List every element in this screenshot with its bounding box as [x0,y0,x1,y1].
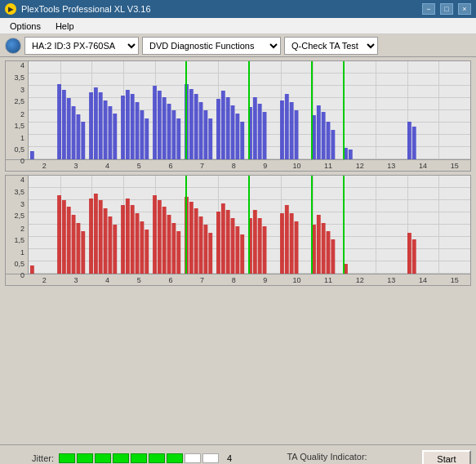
svg-rect-48 [327,122,331,159]
jitter-bar-empty-1 [185,453,201,463]
y-label-2-bot: 2 [20,225,24,233]
svg-rect-20 [158,91,162,159]
maximize-button[interactable]: □ [440,3,453,15]
svg-rect-84 [208,233,212,274]
x-label-13: 13 [376,160,407,171]
svg-rect-49 [331,130,335,159]
svg-rect-13 [121,96,125,159]
svg-rect-80 [189,202,194,274]
x-label-4: 4 [91,160,123,171]
bx-label-9: 9 [249,274,281,285]
bottom-chart-inner [29,176,470,274]
svg-rect-10 [104,100,108,159]
ta-quality-area: TA Quality Indicator: Very Good [287,448,367,464]
svg-rect-73 [153,195,157,274]
svg-rect-40 [263,112,267,159]
svg-rect-86 [221,203,225,274]
jitter-bar-3 [95,453,111,463]
menu-bar: Options Help [0,18,476,34]
svg-rect-28 [199,102,203,159]
left-indicators: Jitter: 4 Peak Shift: [5,448,232,464]
bx-label-14: 14 [407,274,439,285]
y-label-4-bot: 4 [20,176,24,184]
drive-select[interactable]: HA:2 ID:3 PX-760SA [24,37,139,55]
function-select[interactable]: DVD Diagnostic Functions [142,37,281,55]
svg-rect-3 [67,98,71,159]
y-label-25-top: 2,5 [14,97,24,105]
top-x-axis: 2 3 4 5 6 7 8 9 10 11 12 13 14 15 [6,159,470,171]
bx-label-11: 11 [313,274,345,285]
bx-label-13: 13 [376,274,407,285]
y-label-35-bot: 3,5 [14,188,24,196]
svg-rect-17 [140,110,144,159]
svg-rect-18 [145,118,149,159]
ta-quality-label: TA Quality Indicator: [287,452,367,462]
svg-rect-65 [108,216,112,274]
svg-rect-41 [280,100,284,159]
y-label-0-bot: 0 [20,271,24,279]
svg-rect-61 [89,199,93,274]
svg-rect-22 [167,104,171,159]
svg-rect-6 [81,122,85,159]
y-label-35-top: 3,5 [14,74,24,82]
x-label-6: 6 [155,160,187,171]
svg-rect-1 [57,84,61,159]
svg-rect-8 [94,87,98,159]
y-label-25-bot: 2,5 [14,212,24,220]
button-area: Start i [422,448,471,464]
svg-rect-78 [176,231,180,274]
svg-rect-81 [194,208,198,274]
x-label-7: 7 [186,160,218,171]
app-title: PlexTools Professional XL V3.16 [21,4,151,14]
y-label-15-bot: 1,5 [14,236,24,244]
svg-rect-105 [407,233,411,274]
jitter-bar-1 [59,453,75,463]
svg-rect-14 [126,90,130,159]
y-label-3-top: 3 [20,86,24,94]
window-controls[interactable]: − □ × [422,3,471,15]
test-select[interactable]: Q-Check TA Test [284,37,378,55]
menu-help[interactable]: Help [52,20,78,33]
svg-rect-93 [258,218,262,274]
svg-rect-89 [235,226,239,274]
y-label-4-top: 4 [20,61,24,69]
jitter-label: Jitter: [5,453,54,463]
svg-rect-54 [30,265,34,274]
svg-rect-82 [199,216,203,274]
bx-label-8: 8 [218,274,250,285]
svg-rect-15 [131,94,135,159]
close-button[interactable]: × [458,3,471,15]
svg-rect-38 [253,97,257,159]
svg-rect-64 [104,208,108,274]
svg-rect-63 [99,200,103,274]
svg-rect-94 [263,226,267,274]
jitter-bar-empty-2 [202,453,219,463]
bottom-chart: 4 3,5 3 2,5 2 1,5 1 0,5 0 [5,175,471,286]
svg-rect-66 [113,225,117,274]
svg-rect-4 [72,106,76,159]
svg-rect-60 [81,231,85,274]
bx-label-12: 12 [344,274,376,285]
svg-rect-44 [295,110,299,159]
title-bar: ▶ PlexTools Professional XL V3.16 − □ × [0,0,476,18]
svg-rect-56 [62,200,66,274]
y-label-1-top: 1 [20,134,24,142]
minimize-button[interactable]: − [422,3,435,15]
x-label-3: 3 [60,160,92,171]
menu-options[interactable]: Options [7,20,44,33]
x-label-14: 14 [407,160,439,171]
svg-rect-95 [280,213,284,274]
jitter-row: Jitter: 4 [5,453,232,463]
svg-rect-75 [162,207,167,274]
y-label-3-bot: 3 [20,200,24,208]
jitter-value: 4 [227,453,232,463]
start-button[interactable]: Start [422,450,471,464]
svg-rect-88 [231,218,235,274]
x-label-11: 11 [313,160,345,171]
svg-rect-69 [131,205,135,274]
svg-rect-52 [407,122,411,159]
svg-rect-0 [30,151,34,159]
svg-rect-19 [153,86,157,159]
svg-rect-30 [208,118,212,159]
jitter-bars [59,453,219,463]
